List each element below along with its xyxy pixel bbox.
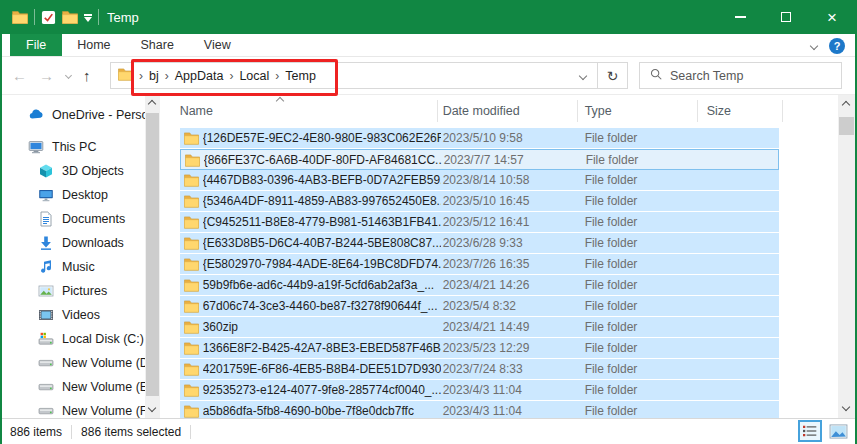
column-header-type[interactable]: Type xyxy=(585,104,612,118)
address-dropdown-icon[interactable] xyxy=(569,63,597,88)
breadcrumb-local[interactable]: Local xyxy=(239,69,269,83)
sidebar-item-onedrive[interactable]: OneDrive - Person xyxy=(2,103,162,127)
sidebar-item-pictures[interactable]: Pictures xyxy=(2,279,162,303)
refresh-button[interactable]: ↻ xyxy=(597,63,627,88)
local-disk-icon xyxy=(38,331,54,347)
main-content: OneDrive - Person This PC 3D Objects Des… xyxy=(2,95,855,418)
file-row[interactable]: {5346A4DF-8911-4859-AB83-997652450E8...2… xyxy=(180,191,779,212)
breadcrumb-temp[interactable]: Temp xyxy=(285,69,316,83)
sidebar-item-3d-objects[interactable]: 3D Objects xyxy=(2,159,162,183)
folder-icon xyxy=(184,404,199,418)
file-row[interactable]: a5b86dfa-5fb8-4690-b0be-7f8e0dcb7ffc2023… xyxy=(180,401,779,418)
onedrive-icon xyxy=(28,107,44,123)
file-row[interactable]: 59b9fb6e-ad6c-44b9-a19f-5cfd6ab2af3a_...… xyxy=(180,275,779,296)
file-list-pane: Name Date modified Type Size {126DE57E-9… xyxy=(162,95,838,418)
help-icon[interactable]: ? xyxy=(829,38,845,54)
file-row[interactable]: {4467DB83-0396-4AB3-BEFB-0D7A2FEB59...20… xyxy=(180,170,779,191)
folder-icon[interactable] xyxy=(62,11,78,24)
close-button[interactable]: × xyxy=(809,0,855,34)
details-view-button[interactable] xyxy=(798,420,822,442)
search-box xyxy=(639,62,842,89)
sidebar-item-new-volume-f[interactable]: New Volume (F:) xyxy=(2,399,162,418)
tab-share[interactable]: Share xyxy=(126,34,189,56)
titlebar: Temp × xyxy=(2,0,855,34)
crumb-separator-icon: › xyxy=(275,69,279,83)
folder-icon xyxy=(184,299,199,317)
file-list-scrollbar[interactable] xyxy=(838,95,855,418)
desktop-icon xyxy=(38,187,54,203)
scroll-up-icon[interactable] xyxy=(148,100,156,108)
3d-objects-icon xyxy=(38,163,54,179)
drive-icon xyxy=(38,403,54,418)
folder-icon[interactable] xyxy=(12,11,28,24)
file-row[interactable]: 4201759E-6F86-4EB5-B8B4-DEE51D7D93022023… xyxy=(180,359,779,380)
sidebar-item-videos[interactable]: Videos xyxy=(2,303,162,327)
sidebar-item-downloads[interactable]: Downloads xyxy=(2,231,162,255)
toolbar-separator xyxy=(34,9,35,25)
file-row[interactable]: {E633D8B5-D6C4-40B7-B244-5BE808C87...202… xyxy=(180,233,779,254)
scroll-down-icon[interactable] xyxy=(148,404,156,412)
back-button[interactable]: ← xyxy=(12,67,27,84)
window-title: Temp xyxy=(107,10,139,25)
tab-view[interactable]: View xyxy=(189,34,246,56)
scrollbar-thumb[interactable] xyxy=(839,117,854,135)
toolbar-dropdown-icon[interactable] xyxy=(84,17,92,22)
file-row[interactable]: 360zip2023/4/21 14:49File folder xyxy=(180,317,779,338)
music-icon xyxy=(38,259,54,275)
folder-icon xyxy=(185,153,200,171)
tab-file[interactable]: File xyxy=(10,34,62,56)
scroll-down-icon[interactable] xyxy=(842,403,850,411)
sidebar-item-music[interactable]: Music xyxy=(2,255,162,279)
column-header-date-modified[interactable]: Date modified xyxy=(443,104,520,118)
navigation-pane: OneDrive - Person This PC 3D Objects Des… xyxy=(2,95,162,418)
file-row[interactable]: 1366E8F2-B425-42A7-8BE3-EBED587F46B42023… xyxy=(180,338,779,359)
crumb-separator-icon: › xyxy=(165,69,169,83)
thumbnail-view-button[interactable] xyxy=(826,420,850,442)
tab-home[interactable]: Home xyxy=(62,34,125,56)
folder-icon[interactable] xyxy=(118,67,133,85)
navigation-bar: ← → ↑ › bj › AppData › Local › Temp ↻ xyxy=(2,57,855,95)
file-row[interactable]: {E5802970-7984-4ADE-8E64-19BC8DFD74...20… xyxy=(180,254,779,275)
scroll-up-icon[interactable] xyxy=(842,101,850,109)
up-button[interactable]: ↑ xyxy=(83,67,91,84)
file-row[interactable]: {126DE57E-9EC2-4E80-980E-983C062E26F6}20… xyxy=(180,128,779,149)
breadcrumb-appdata[interactable]: AppData xyxy=(175,69,224,83)
breadcrumb-bj[interactable]: bj xyxy=(149,69,159,83)
sidebar-scrollbar[interactable] xyxy=(145,95,160,418)
sidebar-item-documents[interactable]: Documents xyxy=(2,207,162,231)
file-row[interactable]: 92535273-e124-4077-9fe8-285774cf0040_...… xyxy=(180,380,779,401)
folder-icon xyxy=(184,215,199,233)
downloads-icon xyxy=(38,235,54,251)
file-row[interactable]: {C9452511-B8E8-4779-B981-51463B1FB41...2… xyxy=(180,212,779,233)
folder-icon xyxy=(184,257,199,275)
sidebar-item-new-volume-d[interactable]: New Volume (D:) xyxy=(2,351,162,375)
folder-icon xyxy=(184,320,199,338)
sort-ascending-icon xyxy=(275,97,283,105)
crumb-separator-icon: › xyxy=(229,69,233,83)
search-input[interactable] xyxy=(670,69,820,83)
column-header-name[interactable]: Name xyxy=(180,104,213,118)
file-row[interactable]: 67d06c74-3ce3-4460-be87-f3278f90644f_...… xyxy=(180,296,779,317)
column-header-size[interactable]: Size xyxy=(707,104,731,118)
address-bar[interactable]: › bj › AppData › Local › Temp ↻ xyxy=(110,62,628,89)
file-row-focused[interactable]: {866FE37C-6A6B-40DF-80FD-AF84681CC...202… xyxy=(180,149,779,170)
pictures-icon xyxy=(38,283,54,299)
folder-icon xyxy=(184,173,199,191)
minimize-button[interactable] xyxy=(717,0,763,34)
sidebar-item-this-pc[interactable]: This PC xyxy=(2,135,162,159)
folder-icon xyxy=(184,383,199,401)
scrollbar-thumb[interactable] xyxy=(146,113,159,396)
recent-locations-icon[interactable] xyxy=(65,72,72,79)
maximize-button[interactable] xyxy=(763,0,809,34)
sidebar-item-new-volume-e[interactable]: New Volume (E:) xyxy=(2,375,162,399)
ribbon-tabs: File Home Share View ? xyxy=(2,34,855,57)
checkbox-icon[interactable] xyxy=(41,10,56,25)
crumb-separator-icon: › xyxy=(139,69,143,83)
column-headers: Name Date modified Type Size xyxy=(162,95,838,128)
drive-icon xyxy=(38,379,54,395)
sidebar-item-local-disk-c[interactable]: Local Disk (C:) xyxy=(2,327,162,351)
forward-button[interactable]: → xyxy=(39,67,54,84)
folder-icon xyxy=(184,341,199,359)
sidebar-item-desktop[interactable]: Desktop xyxy=(2,183,162,207)
collapse-ribbon-icon[interactable] xyxy=(810,41,818,49)
